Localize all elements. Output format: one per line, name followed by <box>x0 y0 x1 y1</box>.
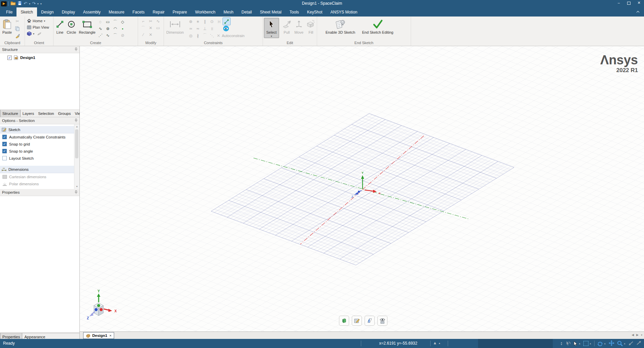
snap-caret-icon[interactable]: ▲ <box>438 342 441 344</box>
ellipse-icon[interactable]: ◌ <box>97 19 104 25</box>
section-mode-button[interactable] <box>365 316 375 326</box>
tree-item-design1[interactable]: ✓ Design1 <box>0 53 79 60</box>
tree-item-checkbox[interactable]: ✓ <box>7 56 12 60</box>
dimension-button[interactable]: Dimension <box>165 18 185 35</box>
option-layout-sketch[interactable]: Layout Sketch <box>0 155 74 162</box>
checkbox[interactable]: ✓ <box>2 142 7 146</box>
tangent-arc-constraint-icon[interactable]: ⌒ <box>201 32 208 39</box>
parallel-icon[interactable]: ∥ <box>201 18 208 25</box>
sketch-display-toggle[interactable] <box>223 18 231 25</box>
ellipse-minor-icon[interactable]: ⊕ <box>104 25 111 32</box>
create-corner-icon[interactable]: ⌐ <box>140 18 147 25</box>
panel-tab-selection[interactable]: Selection <box>36 110 56 117</box>
close-button[interactable]: ✕ <box>634 0 644 6</box>
option-snap-to-angle[interactable]: ✓ Snap to angle <box>0 148 74 155</box>
scroll-down-icon[interactable]: ▼ <box>74 184 79 189</box>
cut-icon[interactable]: ✂ <box>14 18 21 25</box>
tab-scroll-left-icon[interactable]: ◀ <box>632 333 634 337</box>
select-tool[interactable]: ▲ <box>573 341 581 346</box>
panel-tab-groups[interactable]: Groups <box>56 110 73 117</box>
spline-icon[interactable]: ∿ <box>97 25 104 32</box>
end-sketch-editing-button[interactable]: End Sketch Editing <box>359 18 397 35</box>
mirror-icon[interactable]: ∦ <box>194 32 201 39</box>
view-caret-icon[interactable]: ▾ <box>33 32 34 35</box>
fillet-icon[interactable]: ⌒ <box>140 25 147 31</box>
checkbox[interactable]: ✓ <box>2 135 7 139</box>
isometric-view-icon[interactable] <box>27 31 32 36</box>
concentric-icon[interactable]: ◎ <box>187 32 194 39</box>
spin-tool-caret-icon[interactable]: ▲ <box>604 342 606 345</box>
select-button[interactable]: Select ▾ <box>264 18 279 38</box>
no-sketch-icon[interactable]: ⊘ <box>119 32 126 39</box>
tab-tools[interactable]: Tools <box>285 7 303 17</box>
equal-distance-icon[interactable]: |=| <box>215 18 223 25</box>
construction-line-icon[interactable]: ⋰ <box>97 32 104 39</box>
tab-facets[interactable]: Facets <box>128 7 148 17</box>
split-curve-icon[interactable]: ∿ <box>155 18 162 25</box>
point-icon[interactable]: ● <box>119 25 126 32</box>
tab-assembly[interactable]: Assembly <box>79 7 105 17</box>
select-tool-caret-icon[interactable]: ▲ <box>578 342 581 345</box>
solid-mode-button[interactable] <box>339 316 349 326</box>
spline-edit-icon[interactable]: ∿ <box>104 32 111 39</box>
tab-mesh[interactable]: Mesh <box>219 7 237 17</box>
box-select-tool[interactable]: ▲ <box>583 341 591 346</box>
tab-detail[interactable]: Detail <box>237 7 256 17</box>
orientation-triad[interactable]: Y X Z <box>86 289 120 321</box>
dimension-zoom-icon[interactable]: ⊕ <box>187 18 194 25</box>
fill-button[interactable]: Fill <box>305 18 317 35</box>
pan-tool[interactable] <box>609 340 614 347</box>
options-scrollbar[interactable]: ▲ ▼ <box>74 124 79 189</box>
dimensions-section-header[interactable]: XX Dimensions <box>0 166 74 173</box>
sketch-section-header[interactable]: Sketch <box>0 126 74 133</box>
option-snap-to-grid[interactable]: ✓ Snap to grid <box>0 140 74 148</box>
line-button[interactable]: Line <box>55 18 65 35</box>
zoom-tool-caret-icon[interactable]: ▲ <box>623 342 626 345</box>
equal-radius-icon[interactable]: ⊙ <box>208 18 215 25</box>
pin-icon[interactable] <box>75 48 77 52</box>
tab-repair[interactable]: Repair <box>148 7 168 17</box>
checkbox[interactable]: ✓ <box>2 149 7 153</box>
spin-tool[interactable]: ▲ <box>597 341 606 346</box>
home-view-button[interactable]: Home ▾ <box>27 18 45 24</box>
paste-button[interactable]: Paste <box>1 18 13 35</box>
snap-view-icon[interactable] <box>37 32 42 36</box>
tab-scroll-right-icon[interactable]: ▶ <box>636 333 639 337</box>
value-spinner-icon[interactable]: ▲▼ <box>560 342 563 346</box>
tab-sketch[interactable]: Sketch <box>16 7 37 17</box>
enable-3d-sketch-button[interactable]: Enable 3D Sketch <box>322 18 359 35</box>
extend-icon[interactable]: ✕ <box>147 31 154 38</box>
collapse-ribbon-icon[interactable] <box>636 10 641 13</box>
zoom-in-extents-icon[interactable] <box>636 341 641 346</box>
tab-design[interactable]: Design <box>37 7 58 17</box>
sketch-mode-button[interactable] <box>352 316 362 326</box>
tab-display[interactable]: Display <box>58 7 79 17</box>
pull-button[interactable]: Pull <box>280 18 293 35</box>
pin-constraint-icon[interactable]: ∗ <box>194 18 201 25</box>
trim-away-icon[interactable]: ✂ <box>147 18 154 25</box>
project-icon[interactable]: ▭ <box>155 25 162 31</box>
view-sketch-plane-button[interactable] <box>377 316 387 326</box>
box-select-caret-icon[interactable]: ▲ <box>589 342 591 345</box>
tangent-arc-icon[interactable]: ◠ <box>112 25 119 32</box>
three-point-arc-icon[interactable]: ⌒ <box>112 32 119 39</box>
copy-icon[interactable] <box>14 25 21 32</box>
undo-selection-icon[interactable] <box>565 341 571 347</box>
tab-workbench[interactable]: Workbench <box>191 7 219 17</box>
pin-icon[interactable] <box>75 119 77 123</box>
scrollbar-thumb[interactable] <box>75 129 78 158</box>
move-button[interactable]: Move <box>293 18 305 35</box>
show-constraints-eye-icon[interactable] <box>223 26 229 31</box>
split-icon[interactable]: ✕ <box>147 25 154 31</box>
document-tab-design1[interactable]: Design1 × <box>83 332 114 339</box>
format-painter-icon[interactable] <box>14 33 21 39</box>
tab-measure[interactable]: Measure <box>105 7 129 17</box>
collinear-icon[interactable]: ⋱ <box>208 32 215 39</box>
tab-prepare[interactable]: Prepare <box>169 7 191 17</box>
autoconstrain-button[interactable]: ✕ Autoconstrain <box>217 33 244 38</box>
rectangle-button[interactable]: Rectangle <box>77 18 97 35</box>
tab-file[interactable]: File <box>2 7 16 17</box>
tangent-icon[interactable]: ≃ <box>187 25 194 32</box>
circle-button[interactable]: Circle <box>65 18 77 35</box>
panel-tab-structure[interactable]: Structure <box>0 110 21 117</box>
